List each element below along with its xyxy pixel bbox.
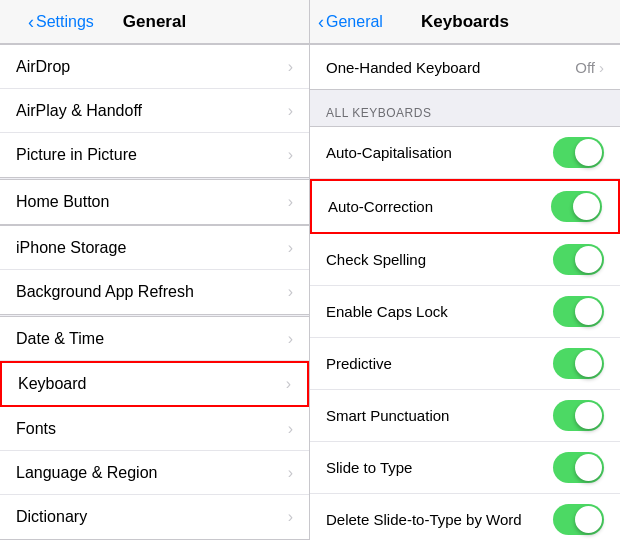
back-chevron-icon: ‹ — [28, 13, 34, 31]
chevron-right-icon: › — [288, 239, 293, 257]
left-group-4: Date & Time › Keyboard › Fonts › Languag… — [0, 316, 309, 540]
list-item-auto-correction[interactable]: Auto-Correction — [310, 179, 620, 234]
list-item-storage-label: iPhone Storage — [16, 239, 126, 257]
list-item-pip[interactable]: Picture in Picture › — [0, 133, 309, 177]
right-panel-content: One-Handed Keyboard Off › ALL KEYBOARDS … — [310, 44, 620, 540]
settings-back-link[interactable]: ‹ Settings — [28, 13, 94, 31]
left-group-2: Home Button › — [0, 179, 309, 225]
list-item-fonts-label: Fonts — [16, 420, 56, 438]
list-item-language[interactable]: Language & Region › — [0, 451, 309, 495]
slide-to-type-label: Slide to Type — [326, 459, 412, 476]
list-item-airplay-label: AirPlay & Handoff — [16, 102, 142, 120]
check-spelling-label: Check Spelling — [326, 251, 426, 268]
list-item-airdrop-label: AirDrop — [16, 58, 70, 76]
general-back-link[interactable]: ‹ General — [318, 13, 383, 31]
chevron-right-icon: › — [288, 283, 293, 301]
list-item-airplay[interactable]: AirPlay & Handoff › — [0, 89, 309, 133]
list-item-pip-label: Picture in Picture — [16, 146, 137, 164]
list-item-smart-punctuation[interactable]: Smart Punctuation — [310, 390, 620, 442]
check-spelling-toggle[interactable] — [553, 244, 604, 275]
slide-to-type-toggle[interactable] — [553, 452, 604, 483]
list-item-dictionary[interactable]: Dictionary › — [0, 495, 309, 539]
chevron-right-icon: › — [288, 102, 293, 120]
right-header: ‹ General Keyboards — [310, 0, 620, 44]
list-item-keyboard-label: Keyboard — [18, 375, 87, 393]
smart-punctuation-label: Smart Punctuation — [326, 407, 449, 424]
list-item-home-button[interactable]: Home Button › — [0, 180, 309, 224]
caps-lock-label: Enable Caps Lock — [326, 303, 448, 320]
list-item-caps-lock[interactable]: Enable Caps Lock — [310, 286, 620, 338]
left-panel: ‹ Settings General AirDrop › AirPlay & H… — [0, 0, 310, 540]
list-item-check-spelling[interactable]: Check Spelling — [310, 234, 620, 286]
settings-back-label: Settings — [36, 13, 94, 31]
list-item-predictive[interactable]: Predictive — [310, 338, 620, 390]
auto-correction-label: Auto-Correction — [328, 198, 433, 215]
all-keyboards-section-header: ALL KEYBOARDS — [310, 90, 620, 126]
auto-cap-toggle[interactable] — [553, 137, 604, 168]
back-chevron-icon: ‹ — [318, 13, 324, 31]
delete-slide-toggle[interactable] — [553, 504, 604, 535]
list-item-airdrop[interactable]: AirDrop › — [0, 45, 309, 89]
chevron-right-icon: › — [288, 193, 293, 211]
chevron-right-icon: › — [599, 59, 604, 76]
delete-slide-label: Delete Slide-to-Type by Word — [326, 511, 522, 528]
chevron-right-icon: › — [286, 375, 291, 393]
left-group-1: AirDrop › AirPlay & Handoff › Picture in… — [0, 44, 309, 178]
caps-lock-toggle[interactable] — [553, 296, 604, 327]
list-item-language-label: Language & Region — [16, 464, 157, 482]
list-item-datetime-label: Date & Time — [16, 330, 104, 348]
list-item-bg-refresh[interactable]: Background App Refresh › — [0, 270, 309, 314]
one-handed-value: Off › — [575, 59, 604, 76]
chevron-right-icon: › — [288, 420, 293, 438]
right-toggles-group: Auto-Capitalisation Auto-Correction Chec… — [310, 126, 620, 540]
general-back-label: General — [326, 13, 383, 31]
keyboards-title: Keyboards — [421, 12, 509, 32]
left-header: ‹ Settings General — [0, 0, 309, 44]
chevron-right-icon: › — [288, 146, 293, 164]
chevron-right-icon: › — [288, 508, 293, 526]
list-item-one-handed[interactable]: One-Handed Keyboard Off › — [310, 45, 620, 89]
left-header-title: General — [123, 12, 186, 32]
one-handed-value-text: Off — [575, 59, 595, 76]
smart-punctuation-toggle[interactable] — [553, 400, 604, 431]
list-item-dict-label: Dictionary — [16, 508, 87, 526]
auto-correction-toggle[interactable] — [551, 191, 602, 222]
left-group-3: iPhone Storage › Background App Refresh … — [0, 225, 309, 315]
right-group-one-handed: One-Handed Keyboard Off › — [310, 44, 620, 90]
one-handed-label: One-Handed Keyboard — [326, 59, 480, 76]
list-item-iphone-storage[interactable]: iPhone Storage › — [0, 226, 309, 270]
list-item-keyboard[interactable]: Keyboard › — [0, 361, 309, 407]
list-item-home-label: Home Button — [16, 193, 109, 211]
list-item-bg-label: Background App Refresh — [16, 283, 194, 301]
predictive-toggle[interactable] — [553, 348, 604, 379]
predictive-label: Predictive — [326, 355, 392, 372]
auto-cap-label: Auto-Capitalisation — [326, 144, 452, 161]
list-item-fonts[interactable]: Fonts › — [0, 407, 309, 451]
list-item-date-time[interactable]: Date & Time › — [0, 317, 309, 361]
chevron-right-icon: › — [288, 58, 293, 76]
chevron-right-icon: › — [288, 330, 293, 348]
list-item-auto-cap[interactable]: Auto-Capitalisation — [310, 127, 620, 179]
right-panel: ‹ General Keyboards One-Handed Keyboard … — [310, 0, 620, 540]
chevron-right-icon: › — [288, 464, 293, 482]
list-item-delete-slide[interactable]: Delete Slide-to-Type by Word — [310, 494, 620, 540]
list-item-slide-to-type[interactable]: Slide to Type — [310, 442, 620, 494]
